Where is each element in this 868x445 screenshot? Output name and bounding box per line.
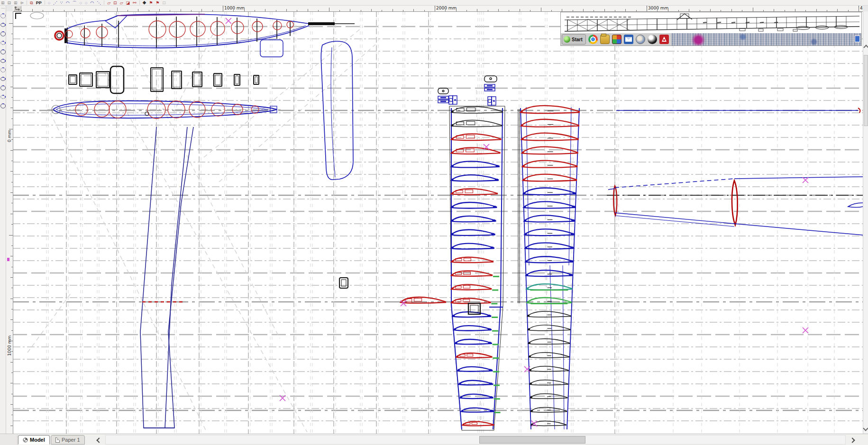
tail-boom bbox=[308, 22, 335, 25]
tray-icon[interactable] bbox=[855, 36, 860, 42]
circle-3pt-tool-icon[interactable] bbox=[0, 49, 6, 54]
arc-construction-tool-icon[interactable]: ◠ bbox=[90, 0, 94, 5]
photos-icon[interactable] bbox=[636, 35, 645, 44]
ruler-origin-button[interactable] bbox=[13, 6, 21, 11]
arc-circle-tool-icon[interactable] bbox=[0, 67, 6, 73]
pdf-icon[interactable] bbox=[659, 35, 669, 44]
top-toolbar: ⊞⊟⊞⊳⧉PP◌⋰∵◠⌒◌◌◠⋱▱⊡▱◪⚯✥⚑⚑⊡ bbox=[0, 0, 868, 6]
image-frame-tool-icon[interactable]: ⊡ bbox=[113, 0, 117, 5]
duplicate-alt-tool-icon[interactable]: ⊞ bbox=[14, 0, 18, 5]
tab-scroll-left-icon[interactable] bbox=[96, 437, 101, 443]
bottom-left-corner bbox=[0, 435, 18, 445]
plane-tool-icon[interactable]: ▱ bbox=[120, 0, 123, 5]
pp-dimension-tool-icon[interactable]: PP bbox=[36, 0, 42, 5]
ellipse-tool-icon[interactable] bbox=[0, 13, 6, 18]
group-select-tool-icon[interactable]: ⊞ bbox=[1, 0, 5, 5]
toolbar-separator bbox=[139, 0, 140, 5]
browser-sphere-icon[interactable] bbox=[648, 35, 657, 44]
tab-model[interactable]: Model bbox=[18, 435, 50, 445]
red-tag-alt-tool-icon[interactable]: ⚑ bbox=[155, 0, 159, 5]
move-tool-icon[interactable]: ✥ bbox=[143, 0, 146, 5]
circle-center-tool-icon[interactable] bbox=[0, 31, 6, 36]
ruler-label-1000mm: 1000 mm bbox=[7, 337, 12, 356]
circle-construction-tool-icon[interactable]: ◌ bbox=[80, 0, 82, 5]
disabled-tool-icon[interactable]: ⊡ bbox=[162, 0, 166, 5]
toolbar-separator bbox=[104, 0, 104, 5]
toolbar-separator bbox=[45, 0, 45, 5]
link-nodes-tool-icon[interactable]: ⚯ bbox=[133, 0, 137, 5]
surface-tool-icon[interactable]: ◪ bbox=[126, 0, 130, 5]
horizontal-scrollbar[interactable] bbox=[105, 435, 846, 445]
paste-image-tool-icon[interactable]: ⧉ bbox=[30, 0, 33, 5]
arc-ellipse-tool-icon[interactable] bbox=[0, 58, 6, 64]
overlay-taskbar: Start bbox=[561, 33, 861, 45]
curve-node-tool-icon[interactable]: ⋱ bbox=[97, 0, 101, 5]
horizontal-ruler: 1000 mm 2000 mm 3000 mm 40 bbox=[13, 6, 863, 12]
play-duplicate-tool-icon[interactable]: ⊳ bbox=[20, 0, 24, 5]
start-orb-icon bbox=[564, 36, 570, 43]
mail-icon[interactable] bbox=[624, 35, 633, 44]
start-label: Start bbox=[572, 37, 583, 42]
arc-tangent-tool-icon[interactable]: ⌒ bbox=[73, 0, 77, 5]
sketch-ellipse-tool-icon[interactable] bbox=[0, 103, 6, 109]
media-grid-icon[interactable] bbox=[612, 35, 621, 44]
drawing-canvas[interactable] bbox=[0, 0, 868, 445]
axes-icon bbox=[14, 6, 21, 11]
point-snap-tool-icon[interactable]: ◌ bbox=[48, 0, 50, 5]
start-button[interactable]: Start bbox=[562, 34, 586, 45]
ellipse-node-tool-icon[interactable] bbox=[0, 94, 6, 100]
red-tag-tool-icon[interactable]: ⚑ bbox=[149, 0, 153, 5]
bottom-bar: Model Paper 1 bbox=[0, 434, 868, 445]
vertical-scroll-thumb[interactable] bbox=[864, 55, 868, 126]
circle-tangent-tool-icon[interactable] bbox=[0, 85, 6, 91]
circle-2pt-tool-icon[interactable] bbox=[0, 40, 6, 45]
tab-paper-1[interactable]: Paper 1 bbox=[51, 435, 85, 445]
ruler-selection-mark bbox=[7, 258, 9, 261]
ellipse-arc-tool-icon[interactable] bbox=[0, 76, 6, 82]
scroll-up-icon[interactable] bbox=[863, 45, 868, 50]
paper-tab-label: Paper 1 bbox=[62, 437, 80, 443]
folder-icon[interactable] bbox=[600, 35, 610, 44]
palette-grip[interactable] bbox=[1, 8, 5, 9]
toolbar-separator bbox=[27, 0, 27, 5]
left-tool-palette bbox=[0, 6, 6, 434]
segment-snap-tool-icon[interactable]: ⋰ bbox=[53, 0, 57, 5]
duplicate-tool-icon[interactable]: ⊟ bbox=[8, 0, 11, 5]
model-tab-icon bbox=[23, 437, 28, 443]
ruler-label-0mm: 0 mm bbox=[7, 127, 12, 145]
vertical-scrollbar[interactable] bbox=[863, 11, 868, 434]
desktop-wallpaper-strip bbox=[672, 33, 861, 45]
horizontal-scroll-thumb[interactable] bbox=[479, 436, 585, 444]
model-tab-label: Model bbox=[30, 437, 45, 443]
chrome-icon[interactable] bbox=[588, 35, 598, 44]
parallelogram-tool-icon[interactable]: ▱ bbox=[107, 0, 110, 5]
reference-image-overlay[interactable]: Start bbox=[561, 12, 861, 45]
ellipse-rotated-tool-icon[interactable] bbox=[0, 22, 6, 27]
vertical-ruler: 0 mm 1000 mm bbox=[6, 11, 13, 434]
scanned-plan-drawing bbox=[561, 12, 861, 33]
ruler-label-4000: 40 bbox=[859, 6, 863, 11]
arc-by-points-tool-icon[interactable]: ◠ bbox=[66, 0, 70, 5]
ellipse-construction-tool-icon[interactable]: ◌ bbox=[85, 0, 87, 5]
cad-application-window: { "top_toolbar": { "pp_label": "PP", "ic… bbox=[0, 0, 868, 445]
node-snap-tool-icon[interactable]: ∵ bbox=[60, 0, 63, 5]
paper-tab-icon bbox=[55, 437, 60, 443]
scroll-right-icon[interactable] bbox=[850, 437, 855, 443]
